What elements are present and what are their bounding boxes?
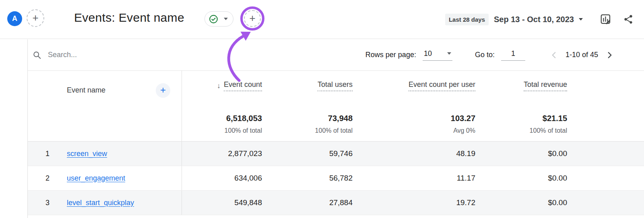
check-circle-icon (208, 14, 219, 24)
date-range-label: Sep 13 - Oct 10, 2023 (494, 15, 574, 24)
row-end-spacer (567, 166, 644, 190)
header-right-controls: Last 28 days Sep 13 - Oct 10, 2023 (445, 0, 634, 39)
per-user-cell: 48.19 (353, 142, 475, 166)
column-event-count: ↓ Event count 6,518,053 100% of total (182, 71, 262, 141)
chevron-down-icon (447, 52, 451, 55)
share-button[interactable] (623, 14, 634, 25)
per-user-total: 103.27 (451, 114, 475, 123)
search-icon (33, 51, 41, 60)
row-number: 2 (28, 166, 57, 190)
customize-report-plus-button[interactable]: + (244, 10, 261, 27)
customize-report-icon (600, 13, 612, 25)
report-header: A + Events: Event name + Last 28 days Se… (0, 0, 644, 39)
share-icon (623, 14, 634, 25)
event-name-header-label: Event name (67, 86, 105, 95)
total-users-total: 73,948 (328, 114, 353, 123)
revenue-cell: $0.00 (475, 166, 567, 190)
column-total-revenue: Total revenue $21.15 100% of total (475, 71, 567, 141)
total-revenue-total: $21.15 (543, 114, 567, 123)
total-event-count-sub: 100% of total (225, 127, 262, 134)
table-header: Event name + ↓ Event count 6,518,053 100… (28, 71, 644, 142)
total-event-count: 6,518,053 (226, 114, 262, 123)
next-page-button[interactable] (604, 49, 616, 61)
search-box (33, 50, 176, 60)
total-users-cell: 27,884 (262, 191, 353, 215)
row-number: 3 (28, 191, 57, 215)
page-title: Events: Event name (74, 11, 184, 25)
revenue-cell: $0.00 (475, 142, 567, 166)
total-revenue-header-label: Total revenue (524, 80, 567, 91)
add-dimension-button[interactable]: + (156, 83, 170, 98)
row-end-spacer (567, 142, 644, 166)
chevron-down-icon (224, 18, 228, 20)
row-end-spacer (567, 191, 644, 215)
column-header-event-name: Event name + (57, 71, 182, 141)
total-users-header-label: Total users (318, 80, 353, 91)
table-row: 2 user_engagement 634,006 56,782 11.17 $… (28, 166, 644, 191)
chevron-left-icon (549, 50, 559, 60)
total-users-cell: 56,782 (262, 166, 353, 190)
column-event-count-per-user: Event count per user 103.27 Avg 0% (353, 71, 475, 141)
per-user-cell: 19.72 (353, 191, 475, 215)
plus-icon: + (32, 12, 38, 23)
event-name-link[interactable]: user_engagement (67, 174, 125, 183)
avatar[interactable]: A (7, 11, 22, 26)
total-users-sub: 100% of total (315, 127, 353, 134)
plus-icon: + (160, 85, 166, 95)
goto-page-label: Go to: (475, 51, 495, 59)
add-comparison-button[interactable]: + (27, 9, 44, 27)
total-users-cell: 59,746 (262, 142, 353, 166)
event-count-header[interactable]: ↓ Event count (217, 80, 262, 91)
table-row: 3 level_start_quickplay 549,848 27,884 1… (28, 191, 644, 215)
column-total-users: Total users 73,948 100% of total (262, 71, 353, 141)
event-count-cell: 2,877,023 (182, 142, 262, 166)
table-toolbar: Rows per page: 10 Go to: 1-10 of 45 (28, 39, 644, 71)
plus-icon: + (249, 13, 255, 23)
event-count-cell: 549,848 (182, 191, 262, 215)
rows-per-page-select[interactable]: 10 (423, 49, 452, 61)
per-user-sub: Avg 0% (453, 127, 475, 134)
sort-desc-icon: ↓ (217, 82, 221, 90)
event-count-cell: 634,006 (182, 166, 262, 190)
per-user-cell: 11.17 (353, 166, 475, 190)
search-input[interactable] (47, 50, 176, 60)
table-row: 1 screen_view 2,877,023 59,746 48.19 $0.… (28, 142, 644, 166)
event-name-link[interactable]: screen_view (67, 150, 107, 158)
rows-per-page-label: Rows per page: (365, 51, 416, 59)
row-number: 1 (28, 142, 57, 166)
customize-report-button[interactable] (600, 13, 612, 25)
goto-page-input[interactable] (501, 49, 525, 61)
ga4-events-report: A + Events: Event name + Last 28 days Se… (0, 0, 644, 218)
chevron-down-icon (579, 18, 583, 21)
annotation-ring: + (240, 6, 264, 31)
total-users-header[interactable]: Total users (318, 80, 353, 91)
report-table-card: Rows per page: 10 Go to: 1-10 of 45 (27, 39, 644, 218)
date-range-selector[interactable]: Sep 13 - Oct 10, 2023 (494, 15, 583, 24)
pagination-controls: Rows per page: 10 Go to: 1-10 of 45 (365, 49, 616, 61)
chevron-right-icon (605, 50, 615, 60)
header-index-spacer (28, 71, 57, 141)
total-revenue-sub: 100% of total (530, 127, 567, 134)
total-revenue-header[interactable]: Total revenue (524, 80, 567, 91)
header-end-spacer (567, 71, 644, 141)
page-range-label: 1-10 of 45 (566, 51, 598, 59)
revenue-cell: $0.00 (475, 191, 567, 215)
event-name-cell: user_engagement (57, 166, 182, 190)
report-status-badge[interactable] (204, 11, 233, 27)
rows-per-page-value: 10 (424, 49, 432, 58)
previous-page-button[interactable] (548, 49, 560, 61)
event-name-link[interactable]: level_start_quickplay (67, 199, 134, 207)
date-range-chip: Last 28 days (445, 14, 489, 25)
event-count-header-label: Event count (224, 80, 262, 91)
per-user-header-label: Event count per user (409, 80, 475, 91)
per-user-header[interactable]: Event count per user (409, 80, 475, 91)
event-name-cell: level_start_quickplay (57, 191, 182, 215)
event-name-cell: screen_view (57, 142, 182, 166)
